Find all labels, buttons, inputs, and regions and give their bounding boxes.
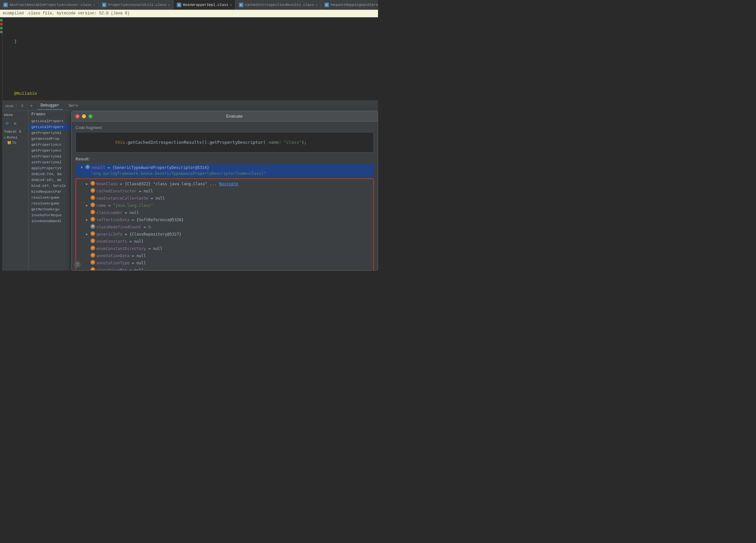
- maximize-button[interactable]: [89, 114, 92, 118]
- tab-0[interactable]: C AbstractNestablePropertyAccessor.class…: [0, 0, 99, 10]
- tree-item-beanclass[interactable]: f beanClass = {Class@322} "class java.la…: [76, 180, 373, 188]
- tomcat-server-item[interactable]: Tomcat S: [3, 128, 28, 135]
- tab-label-4: RequestMappingHandlerAdapter.class: [331, 3, 378, 7]
- info-bar-text: ecompiled .class file, bytecode version:…: [3, 11, 130, 16]
- tomcat-sub-item[interactable]: 🐱 To: [3, 140, 28, 145]
- tab-3[interactable]: C CachedIntrospectionResults.class ✕: [236, 0, 321, 10]
- beanclass-content: beanClass = {Class@322} "class java.lang…: [96, 181, 373, 187]
- result-tree: ∞ result = {GenericTypeAwarePropertyDesc…: [75, 164, 374, 270]
- tab-close-1[interactable]: ✕: [168, 3, 170, 7]
- cached-content: cachedConstructor = null: [96, 188, 373, 194]
- serv-tab[interactable]: Serv: [65, 102, 81, 109]
- tab-4[interactable]: C RequestMappingHandlerAdapter.class ✕: [321, 0, 378, 10]
- services-panel: vices ⟳ ⚙ Tomcat S ▶ Runni 🐱 To: [3, 111, 29, 271]
- services-label: vices: [5, 104, 13, 108]
- tab-icon-2: C: [177, 3, 181, 7]
- tree-item-classredefinedcount[interactable]: f classRedefinedCount = 0: [76, 223, 373, 231]
- info-bar: ecompiled .class file, bytecode version:…: [0, 10, 378, 17]
- services-toolbar: ⟳ ⚙: [3, 119, 28, 128]
- tree-item-annotationtype[interactable]: f annotationType = null: [76, 259, 373, 267]
- code-line-content-2: [3, 64, 378, 71]
- classvaluemap-icon: f: [90, 267, 95, 270]
- collapse-icon[interactable]: »: [28, 103, 35, 109]
- tab-icon-0: C: [3, 3, 8, 7]
- beanclass-icon: f: [90, 181, 95, 186]
- result-root-item[interactable]: ∞ result = {GenericTypeAwarePropertyDesc…: [75, 164, 374, 177]
- minimize-button[interactable]: [82, 114, 86, 118]
- tab-2[interactable]: C BeanWrapperImpl.class ✕: [173, 0, 236, 10]
- tree-item-classloader[interactable]: f classLoader = null: [76, 209, 373, 216]
- breakpoint-dot-green: [0, 19, 3, 22]
- tab-icon-3: C: [239, 3, 243, 7]
- cached-icon: f: [90, 188, 95, 193]
- code-line-2: [3, 64, 378, 71]
- enumconstants-icon: f: [90, 239, 95, 243]
- tab-close-3[interactable]: ✕: [316, 3, 318, 7]
- tree-item-classvaluemap[interactable]: f classValueMap = null: [76, 267, 373, 270]
- tab-icon-4: C: [324, 3, 329, 7]
- tree-item-genericinfo[interactable]: f genericInfo = {ClassRepository@5327}: [76, 231, 373, 238]
- help-button[interactable]: ?: [74, 261, 81, 268]
- tab-label-1: PropertyAccessorUtils.class: [108, 3, 166, 7]
- tree-item-newinst[interactable]: f newInstanceCallerCache = null: [76, 195, 373, 202]
- name-arrow[interactable]: [86, 203, 90, 208]
- tab-close-2[interactable]: ✕: [230, 3, 232, 7]
- genericinfo-arrow[interactable]: [86, 231, 90, 237]
- expand-icon[interactable]: ≡: [19, 103, 25, 109]
- breakpoint-dot-red: [0, 23, 3, 25]
- close-button[interactable]: [75, 114, 79, 118]
- result-oo-icon: ∞: [85, 165, 90, 169]
- code-line-3: @Nullable: [3, 91, 378, 97]
- settings-icon[interactable]: ⚙: [12, 120, 18, 127]
- tree-item-annotationdata[interactable]: f annotationData = null: [76, 252, 373, 259]
- dialog-body: Code fragment: this.getCachedIntrospecti…: [72, 122, 378, 270]
- tab-label-0: AbstractNestablePropertyAccessor.class: [9, 3, 91, 7]
- breakpoint-dot-green3: [0, 31, 3, 33]
- beanclass-arrow[interactable]: [86, 181, 90, 187]
- red-border-container: f beanClass = {Class@322} "class java.la…: [75, 178, 374, 270]
- name-icon: f: [90, 203, 95, 207]
- classredefined-icon: f: [90, 224, 95, 229]
- refresh-icon[interactable]: ⟳: [4, 120, 10, 127]
- evaluate-dialog: Evaluate Code fragment: this.getCachedIn…: [71, 111, 378, 271]
- annotationtype-icon: f: [90, 260, 95, 265]
- code-editor: } @Nullable protected BeanWrapperImpl.Be…: [3, 17, 378, 271]
- tab-icon-1: C: [102, 3, 107, 7]
- bottom-panel-header: vices ≡ » Debugger Serv: [3, 101, 378, 111]
- running-item[interactable]: ▶ Runni: [3, 135, 28, 140]
- debugger-tab[interactable]: Debugger: [37, 102, 63, 110]
- tab-label-2: BeanWrapperImpl.class: [183, 3, 228, 7]
- enumconstantdir-icon: f: [90, 246, 95, 250]
- newinst-content: newInstanceCallerCache = null: [96, 195, 373, 201]
- enumconstantdir-content: enumConstantDirectory = null: [96, 246, 373, 252]
- tab-1[interactable]: C PropertyAccessorUtils.class ✕: [99, 0, 173, 10]
- running-label: Runni: [7, 136, 18, 140]
- annotationtype-content: annotationType = null: [96, 260, 373, 266]
- tree-item-enumconstants[interactable]: f enumConstants = null: [76, 238, 373, 245]
- code-fragment-input[interactable]: this.getCachedIntrospectionResults().get…: [75, 132, 374, 153]
- bottom-panel: vices ≡ » Debugger Serv vices ⟳ ⚙ Tomcat…: [3, 101, 378, 271]
- result-arrow[interactable]: [81, 165, 85, 171]
- name-content: name = "java.lang.Class": [96, 203, 373, 208]
- tomcat-icon: 🐱: [7, 141, 11, 145]
- left-gutter: [0, 17, 3, 271]
- dialog-title: Evaluate: [95, 114, 374, 119]
- genericinfo-content: genericInfo = {ClassRepository@5327}: [96, 231, 373, 237]
- annotationdata-content: annotationData = null: [96, 253, 373, 259]
- code-line-content-1: }: [3, 38, 378, 45]
- enumconstants-content: enumConstants = null: [96, 239, 373, 244]
- reflectiondata-arrow[interactable]: [86, 217, 90, 223]
- play-icon: ▶: [4, 136, 6, 140]
- bottom-content: vices ⟳ ⚙ Tomcat S ▶ Runni 🐱 To: [3, 111, 378, 271]
- tab-close-0[interactable]: ✕: [93, 3, 95, 7]
- annotationdata-icon: f: [90, 253, 95, 257]
- code-line-1: }: [3, 38, 378, 45]
- tree-item-cachedconstructor[interactable]: f cachedConstructor = null: [76, 188, 373, 195]
- services-header: vices: [3, 111, 28, 119]
- services-section: vices: [5, 104, 16, 108]
- tree-item-enumconstantdir[interactable]: f enumConstantDirectory = null: [76, 245, 373, 252]
- result-root-content: result = {GenericTypeAwarePropertyDescri…: [91, 165, 374, 176]
- tree-item-name[interactable]: f name = "java.lang.Class": [76, 202, 373, 209]
- tree-item-reflectiondata[interactable]: f reflectionData = {SoftReference@5326}: [76, 216, 373, 223]
- reflectiondata-content: reflectionData = {SoftReference@5326}: [96, 217, 373, 223]
